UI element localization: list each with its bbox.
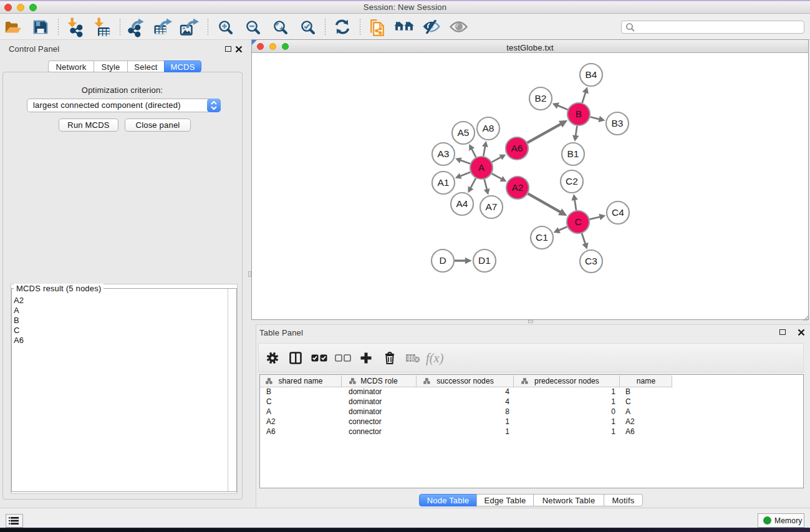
svg-text:A1: A1 <box>438 177 450 188</box>
svg-text:C: C <box>574 216 581 227</box>
svg-text:C3: C3 <box>585 256 597 266</box>
svg-text:A4: A4 <box>456 198 468 209</box>
svg-text:D1: D1 <box>478 255 491 266</box>
svg-text:A8: A8 <box>483 123 494 133</box>
svg-text:A6: A6 <box>511 143 523 153</box>
svg-text:C1: C1 <box>536 232 548 243</box>
svg-text:B: B <box>576 109 582 119</box>
svg-text:B1: B1 <box>567 148 579 159</box>
svg-text:A7: A7 <box>486 201 498 212</box>
svg-text:A3: A3 <box>438 148 450 159</box>
svg-text:A: A <box>478 162 485 173</box>
svg-text:D: D <box>439 255 446 266</box>
svg-text:C4: C4 <box>612 207 624 218</box>
svg-text:A5: A5 <box>458 127 470 138</box>
svg-text:C2: C2 <box>566 176 578 186</box>
svg-text:B3: B3 <box>612 118 624 128</box>
svg-text:A2: A2 <box>512 182 524 193</box>
svg-text:B2: B2 <box>535 93 547 104</box>
svg-text:B4: B4 <box>586 69 597 80</box>
